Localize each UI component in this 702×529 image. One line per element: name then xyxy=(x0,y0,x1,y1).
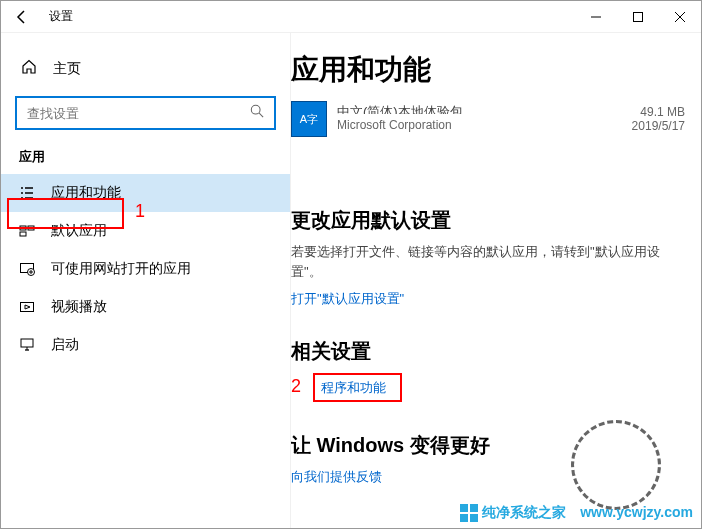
nav-label: 应用和功能 xyxy=(51,184,121,202)
seal-graphic xyxy=(571,420,661,510)
section-defaults-title: 更改应用默认设置 xyxy=(291,207,685,234)
home-icon xyxy=(21,59,37,78)
app-name: 中文(简体)本地体验包 xyxy=(337,103,622,114)
category-header: 应用 xyxy=(1,144,290,174)
sidebar: 主页 应用 应用和功能 默认应用 xyxy=(1,33,291,528)
programs-features-link[interactable]: 程序和功能 xyxy=(321,379,386,397)
nav-default-apps[interactable]: 默认应用 xyxy=(1,212,290,250)
nav-apps-features[interactable]: 应用和功能 xyxy=(1,174,290,212)
defaults-icon xyxy=(19,223,35,239)
home-nav[interactable]: 主页 xyxy=(1,49,290,88)
watermark-icon xyxy=(460,504,478,522)
page-title: 应用和功能 xyxy=(291,51,685,89)
window-title: 设置 xyxy=(49,8,73,25)
minimize-button[interactable] xyxy=(575,1,617,33)
annotation-label-2: 2 xyxy=(291,376,301,396)
svg-line-3 xyxy=(259,113,263,117)
nav-label: 启动 xyxy=(51,336,79,354)
watermark: 纯净系统之家 www.ycwjzy.com xyxy=(460,504,693,522)
app-publisher: Microsoft Corporation xyxy=(337,118,622,132)
search-input-box[interactable] xyxy=(15,96,276,130)
close-button[interactable] xyxy=(659,1,701,33)
svg-rect-6 xyxy=(20,232,26,236)
back-button[interactable] xyxy=(13,8,31,26)
website-icon xyxy=(19,261,35,277)
watermark-text: 纯净系统之家 www.ycwjzy.com xyxy=(482,504,693,522)
app-size: 49.1 MB xyxy=(632,105,685,119)
nav-label: 视频播放 xyxy=(51,298,107,316)
svg-rect-5 xyxy=(28,226,34,230)
section-related-title: 相关设置 xyxy=(291,338,685,365)
app-icon: A字 xyxy=(291,101,327,137)
app-list-item[interactable]: A字 中文(简体)本地体验包 Microsoft Corporation 49.… xyxy=(291,101,685,137)
svg-rect-10 xyxy=(21,339,33,347)
svg-point-2 xyxy=(251,105,260,114)
open-default-apps-link[interactable]: 打开"默认应用设置" xyxy=(291,290,404,308)
nav-video-playback[interactable]: 视频播放 xyxy=(1,288,290,326)
maximize-button[interactable] xyxy=(617,1,659,33)
nav-startup[interactable]: 启动 xyxy=(1,326,290,364)
section-defaults-desc: 若要选择打开文件、链接等内容的默认应用，请转到"默认应用设置"。 xyxy=(291,242,685,281)
startup-icon xyxy=(19,337,35,353)
list-icon xyxy=(19,185,35,201)
nav-label: 默认应用 xyxy=(51,222,107,240)
feedback-link[interactable]: 向我们提供反馈 xyxy=(291,468,382,486)
annotation-box-2: 程序和功能 xyxy=(313,373,402,402)
nav-website-apps[interactable]: 可使用网站打开的应用 xyxy=(1,250,290,288)
search-input[interactable] xyxy=(27,106,250,121)
annotation-label-1: 1 xyxy=(135,201,145,222)
search-icon xyxy=(250,104,264,122)
svg-rect-9 xyxy=(21,303,34,312)
svg-rect-1 xyxy=(634,12,643,21)
svg-rect-4 xyxy=(20,226,26,230)
nav-label: 可使用网站打开的应用 xyxy=(51,260,191,278)
app-date: 2019/5/17 xyxy=(632,119,685,133)
home-label: 主页 xyxy=(53,60,81,78)
video-icon xyxy=(19,299,35,315)
